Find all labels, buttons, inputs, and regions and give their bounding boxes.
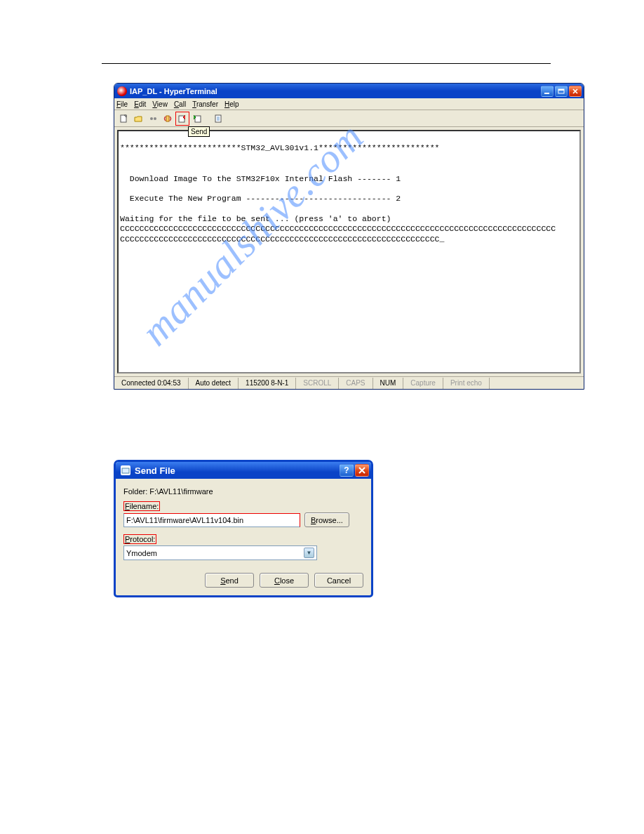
filename-input[interactable] — [123, 513, 300, 527]
status-baud: 115200 8-N-1 — [239, 378, 296, 389]
svg-point-5 — [154, 117, 156, 120]
titlebar[interactable]: IAP_DL - HyperTerminal — [114, 84, 584, 98]
protocol-value: Ymodem — [126, 549, 157, 557]
toolbar-properties-icon[interactable] — [211, 112, 225, 126]
status-num: NUM — [373, 378, 404, 389]
svg-rect-6 — [166, 116, 169, 121]
menubar: File Edit View Call Transfer Help — [114, 98, 584, 110]
status-caps: CAPS — [339, 378, 373, 389]
cancel-button[interactable]: Cancel — [314, 573, 363, 588]
terminal-output[interactable]: *************************STM32_AVL301v1.… — [117, 130, 581, 373]
window-title: IAP_DL - HyperTerminal — [130, 87, 541, 95]
dialog-titlebar[interactable]: Send File ? — [116, 462, 371, 479]
close-button[interactable] — [569, 86, 582, 97]
menu-help[interactable]: Help — [224, 100, 239, 108]
menu-view[interactable]: View — [152, 100, 168, 108]
dialog-title: Send File — [135, 465, 340, 476]
toolbar-new-icon[interactable] — [116, 112, 130, 126]
menu-transfer[interactable]: Transfer — [192, 100, 218, 108]
menu-call[interactable]: Call — [174, 100, 186, 108]
filename-label: Filename: — [123, 501, 363, 511]
toolbar-send-icon[interactable] — [175, 112, 189, 126]
toolbar-open-icon[interactable] — [131, 112, 145, 126]
menu-edit[interactable]: Edit — [134, 100, 146, 108]
send-tooltip: Send — [188, 126, 210, 137]
folder-value: F:\AVL11\firmware — [149, 487, 213, 496]
svg-rect-0 — [544, 93, 549, 94]
maximize-button[interactable] — [555, 86, 568, 97]
toolbar: Send — [114, 110, 584, 127]
app-icon — [117, 86, 127, 96]
svg-rect-2 — [558, 89, 564, 91]
dialog-icon — [121, 465, 130, 475]
status-autodetect: Auto detect — [189, 378, 239, 389]
toolbar-disconnect-icon[interactable] — [161, 112, 175, 126]
browse-button[interactable]: Browse... — [304, 512, 349, 527]
help-button[interactable]: ? — [340, 464, 354, 477]
status-capture: Capture — [403, 378, 443, 389]
folder-row: Folder: F:\AVL11\firmware — [123, 487, 363, 496]
protocol-select[interactable]: Ymodem ▼ — [123, 545, 317, 560]
toolbar-receive-icon[interactable] — [190, 112, 204, 126]
status-print-echo: Print echo — [443, 378, 490, 389]
svg-rect-8 — [195, 116, 201, 122]
status-connected: Connected 0:04:53 — [114, 378, 189, 389]
send-button[interactable]: Send — [205, 573, 254, 588]
minimize-button[interactable] — [541, 86, 554, 97]
status-scroll: SCROLL — [296, 378, 339, 389]
chevron-down-icon[interactable]: ▼ — [304, 548, 314, 558]
terminal-container: *************************STM32_AVL301v1.… — [114, 127, 584, 376]
dialog-close-button[interactable] — [355, 464, 369, 477]
toolbar-connect-icon[interactable] — [146, 112, 160, 126]
svg-point-4 — [150, 117, 153, 120]
hyperterminal-window: IAP_DL - HyperTerminal File Edit View Ca… — [114, 83, 584, 390]
send-file-dialog: Send File ? Folder: F:\AVL11\firmware Fi… — [114, 460, 373, 597]
close-button[interactable]: Close — [260, 573, 309, 588]
statusbar: Connected 0:04:53 Auto detect 115200 8-N… — [114, 376, 584, 389]
svg-rect-10 — [122, 468, 129, 473]
protocol-label: Protocol: — [123, 534, 363, 544]
page-header-rule — [102, 63, 551, 64]
folder-label: Folder: — [123, 487, 147, 496]
menu-file[interactable]: File — [116, 100, 128, 108]
